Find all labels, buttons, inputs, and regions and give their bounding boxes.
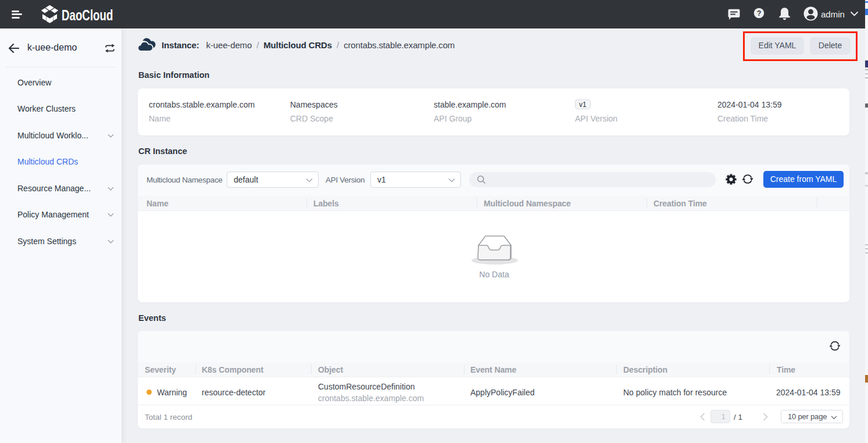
svg-text:?: ? (757, 9, 762, 17)
